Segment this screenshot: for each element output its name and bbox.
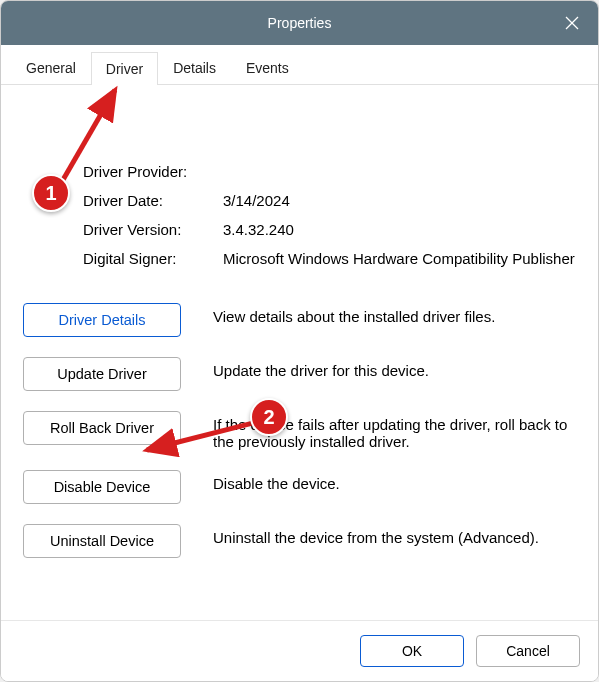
info-row-signer: Digital Signer: Microsoft Windows Hardwa…: [23, 250, 576, 267]
cancel-button[interactable]: Cancel: [476, 635, 580, 667]
disable-device-desc: Disable the device.: [193, 470, 576, 492]
version-label: Driver Version:: [83, 221, 223, 238]
version-value: 3.4.32.240: [223, 221, 576, 238]
dialog-footer: OK Cancel: [1, 620, 598, 681]
driver-details-button[interactable]: Driver Details: [23, 303, 181, 337]
ok-button[interactable]: OK: [360, 635, 464, 667]
tab-content: Driver Provider: Driver Date: 3/14/2024 …: [1, 85, 598, 620]
tab-general[interactable]: General: [11, 51, 91, 84]
row-update-driver: Update Driver Update the driver for this…: [23, 357, 576, 391]
row-disable-device: Disable Device Disable the device.: [23, 470, 576, 504]
uninstall-device-button[interactable]: Uninstall Device: [23, 524, 181, 558]
date-label: Driver Date:: [83, 192, 223, 209]
driver-details-desc: View details about the installed driver …: [193, 303, 576, 325]
date-value: 3/14/2024: [223, 192, 576, 209]
info-row-version: Driver Version: 3.4.32.240: [23, 221, 576, 238]
provider-value: [223, 163, 576, 180]
tab-events[interactable]: Events: [231, 51, 304, 84]
titlebar: Properties: [1, 1, 598, 45]
row-uninstall-device: Uninstall Device Uninstall the device fr…: [23, 524, 576, 558]
close-button[interactable]: [546, 1, 598, 45]
disable-device-button[interactable]: Disable Device: [23, 470, 181, 504]
tab-driver[interactable]: Driver: [91, 52, 158, 85]
info-row-provider: Driver Provider:: [23, 163, 576, 180]
update-driver-button[interactable]: Update Driver: [23, 357, 181, 391]
properties-window: Properties General Driver Details Events…: [0, 0, 599, 682]
row-roll-back-driver: Roll Back Driver If the device fails aft…: [23, 411, 576, 450]
signer-value: Microsoft Windows Hardware Compatibility…: [223, 250, 576, 267]
tab-details[interactable]: Details: [158, 51, 231, 84]
uninstall-device-desc: Uninstall the device from the system (Ad…: [193, 524, 576, 546]
update-driver-desc: Update the driver for this device.: [193, 357, 576, 379]
close-icon: [565, 16, 579, 30]
info-row-date: Driver Date: 3/14/2024: [23, 192, 576, 209]
tab-strip: General Driver Details Events: [1, 45, 598, 85]
roll-back-driver-button[interactable]: Roll Back Driver: [23, 411, 181, 445]
roll-back-driver-desc: If the device fails after updating the d…: [193, 411, 576, 450]
signer-label: Digital Signer:: [83, 250, 223, 267]
window-title: Properties: [268, 15, 332, 31]
row-driver-details: Driver Details View details about the in…: [23, 303, 576, 337]
provider-label: Driver Provider:: [83, 163, 223, 180]
driver-info: Driver Provider: Driver Date: 3/14/2024 …: [23, 163, 576, 279]
